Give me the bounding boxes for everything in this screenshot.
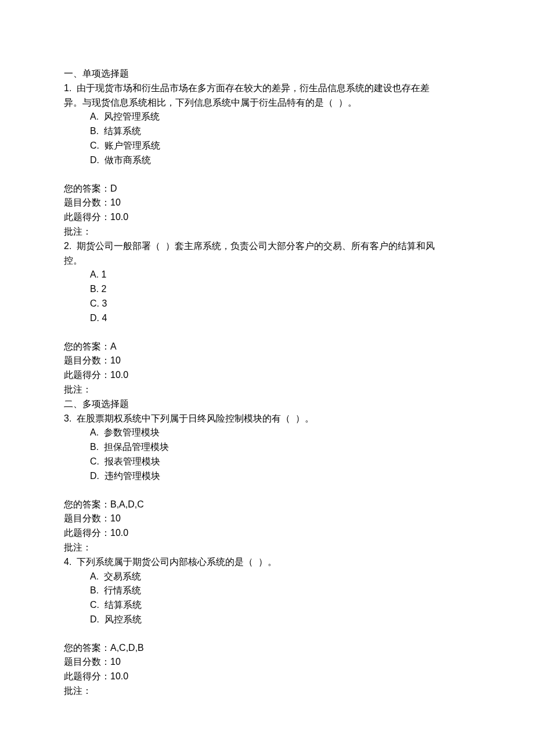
q2-your-answer: 您的答案：A [64, 340, 470, 354]
q3-got-score: 此题得分：10.0 [64, 526, 470, 541]
q2-option-c: C. 3 [64, 297, 470, 311]
q1-option-b: B. 结算系统 [64, 124, 470, 139]
q4-option-d: D. 风控系统 [64, 613, 470, 627]
q1-option-d: D. 做市商系统 [64, 153, 470, 168]
q2-option-a: A. 1 [64, 268, 470, 282]
q1-your-answer: 您的答案：D [64, 182, 470, 196]
q2-option-b: B. 2 [64, 282, 470, 297]
q3-full-score: 题目分数：10 [64, 512, 470, 526]
q4-got-score: 此题得分：10.0 [64, 669, 470, 684]
q3-option-a: A. 参数管理模块 [64, 426, 470, 440]
q3-remark: 批注： [64, 541, 470, 555]
blank-line [64, 326, 470, 340]
q4-your-answer: 您的答案：A,C,D,B [64, 641, 470, 656]
q1-option-c: C. 账户管理系统 [64, 139, 470, 153]
q2-got-score: 此题得分：10.0 [64, 368, 470, 383]
q4-stem: 4. 下列系统属于期货公司内部核心系统的是（ ）。 [64, 555, 470, 570]
blank-line [64, 484, 470, 498]
q1-stem-line1: 1. 由于现货市场和衍生品市场在多方面存在较大的差异，衍生品信息系统的建设也存在… [64, 81, 470, 96]
q3-your-answer: 您的答案：B,A,D,C [64, 498, 470, 512]
q4-option-c: C. 结算系统 [64, 598, 470, 613]
q4-remark: 批注： [64, 684, 470, 699]
q1-option-a: A. 风控管理系统 [64, 110, 470, 124]
section-1-title: 一、单项选择题 [64, 67, 470, 81]
q2-remark: 批注： [64, 383, 470, 397]
q1-got-score: 此题得分：10.0 [64, 210, 470, 225]
q2-stem-line1: 2. 期货公司一般部署（ ）套主席系统，负责公司大部分客户的交易、所有客户的结算… [64, 239, 470, 254]
q1-stem-line2: 异。与现货信息系统相比，下列信息系统中属于衍生品特有的是（ ）。 [64, 96, 470, 110]
q1-full-score: 题目分数：10 [64, 196, 470, 210]
q4-option-a: A. 交易系统 [64, 570, 470, 584]
q1-remark: 批注： [64, 225, 470, 239]
q3-option-d: D. 违约管理模块 [64, 469, 470, 484]
q4-option-b: B. 行情系统 [64, 584, 470, 598]
q2-stem-line2: 控。 [64, 254, 470, 268]
blank-line [64, 627, 470, 641]
section-2-title: 二、多项选择题 [64, 397, 470, 412]
q2-option-d: D. 4 [64, 311, 470, 326]
q2-full-score: 题目分数：10 [64, 354, 470, 368]
q4-full-score: 题目分数：10 [64, 655, 470, 669]
q3-option-c: C. 报表管理模块 [64, 455, 470, 469]
q3-option-b: B. 担保品管理模块 [64, 440, 470, 455]
q3-stem: 3. 在股票期权系统中下列属于日终风险控制模块的有（ ）。 [64, 412, 470, 426]
blank-line [64, 168, 470, 182]
